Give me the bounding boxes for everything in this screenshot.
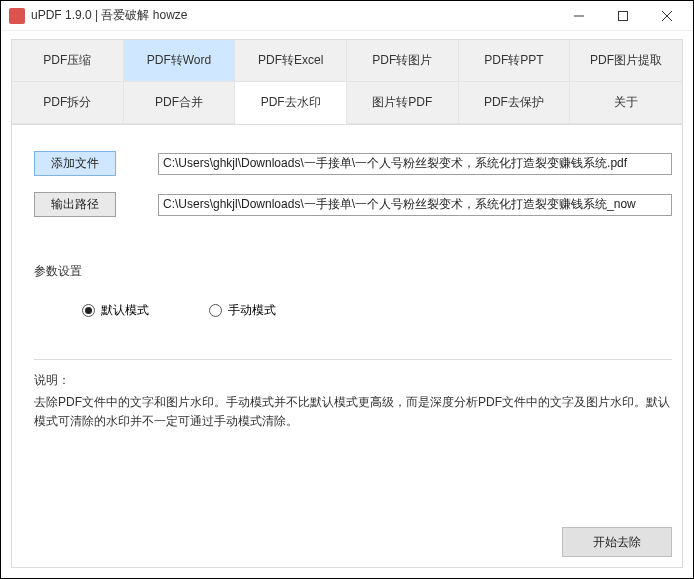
add-file-button[interactable]: 添加文件: [34, 151, 116, 176]
radio-label: 手动模式: [228, 302, 276, 319]
button-label: 添加文件: [51, 155, 99, 172]
content-area: PDF压缩 PDF转Word PDF转Excel PDF转图片 PDF转PPT …: [1, 31, 693, 578]
divider: [34, 359, 672, 360]
button-label: 输出路径: [51, 196, 99, 213]
radio-checked-icon: [82, 304, 95, 317]
radio-unchecked-icon: [209, 304, 222, 317]
tab-image-to-pdf[interactable]: 图片转PDF: [347, 82, 459, 124]
main-panel: 添加文件 C:\Users\ghkjl\Downloads\一手接单\一个人号粉…: [11, 125, 683, 568]
tab-label: PDF图片提取: [590, 52, 662, 69]
tab-label: 图片转PDF: [372, 94, 432, 111]
output-path-row: 输出路径 C:\Users\ghkjl\Downloads\一手接单\一个人号粉…: [34, 192, 672, 217]
tab-pdf-compress[interactable]: PDF压缩: [12, 40, 124, 82]
maximize-icon: [618, 11, 628, 21]
button-label: 开始去除: [593, 534, 641, 551]
output-path-button[interactable]: 输出路径: [34, 192, 116, 217]
tab-pdf-extract-image[interactable]: PDF图片提取: [570, 40, 682, 82]
tab-bar: PDF压缩 PDF转Word PDF转Excel PDF转图片 PDF转PPT …: [11, 39, 683, 125]
tab-pdf-to-excel[interactable]: PDF转Excel: [235, 40, 347, 82]
tab-about[interactable]: 关于: [570, 82, 682, 124]
tab-label: PDF拆分: [43, 94, 91, 111]
footer: 开始去除: [34, 515, 672, 557]
tab-label: PDF转Excel: [258, 52, 323, 69]
path-text: C:\Users\ghkjl\Downloads\一手接单\一个人号粉丝裂变术，…: [163, 196, 636, 213]
manual-mode-radio[interactable]: 手动模式: [209, 302, 276, 319]
titlebar: uPDF 1.9.0 | 吾爱破解 howze: [1, 1, 693, 31]
tab-pdf-merge[interactable]: PDF合并: [124, 82, 236, 124]
app-icon: [9, 8, 25, 24]
svg-rect-1: [619, 11, 628, 20]
description-label: 说明：: [34, 372, 672, 389]
description-text: 去除PDF文件中的文字和图片水印。手动模式并不比默认模式更高级，而是深度分析PD…: [34, 393, 672, 430]
close-icon: [662, 11, 672, 21]
minimize-icon: [574, 11, 584, 21]
tab-label: PDF转图片: [372, 52, 432, 69]
tab-label: PDF压缩: [43, 52, 91, 69]
output-path-field[interactable]: C:\Users\ghkjl\Downloads\一手接单\一个人号粉丝裂变术，…: [158, 194, 672, 216]
tab-label: PDF合并: [155, 94, 203, 111]
window-controls: [557, 2, 689, 30]
input-path-field[interactable]: C:\Users\ghkjl\Downloads\一手接单\一个人号粉丝裂变术，…: [158, 153, 672, 175]
tab-label: PDF转Word: [147, 52, 211, 69]
radio-label: 默认模式: [101, 302, 149, 319]
tab-pdf-to-image[interactable]: PDF转图片: [347, 40, 459, 82]
tab-pdf-remove-protection[interactable]: PDF去保护: [459, 82, 571, 124]
window-title: uPDF 1.9.0 | 吾爱破解 howze: [31, 7, 557, 24]
tab-pdf-to-word[interactable]: PDF转Word: [124, 40, 236, 82]
input-file-row: 添加文件 C:\Users\ghkjl\Downloads\一手接单\一个人号粉…: [34, 151, 672, 176]
mode-radio-group: 默认模式 手动模式: [34, 302, 672, 319]
minimize-button[interactable]: [557, 2, 601, 30]
default-mode-radio[interactable]: 默认模式: [82, 302, 149, 319]
tab-pdf-split[interactable]: PDF拆分: [12, 82, 124, 124]
tab-label: PDF转PPT: [484, 52, 543, 69]
tab-label: PDF去保护: [484, 94, 544, 111]
maximize-button[interactable]: [601, 2, 645, 30]
parameters-label: 参数设置: [34, 263, 672, 280]
tab-pdf-remove-watermark[interactable]: PDF去水印: [235, 82, 347, 124]
tab-label: PDF去水印: [261, 94, 321, 111]
path-text: C:\Users\ghkjl\Downloads\一手接单\一个人号粉丝裂变术，…: [163, 155, 627, 172]
tab-pdf-to-ppt[interactable]: PDF转PPT: [459, 40, 571, 82]
close-button[interactable]: [645, 2, 689, 30]
tab-label: 关于: [614, 94, 638, 111]
start-button[interactable]: 开始去除: [562, 527, 672, 557]
